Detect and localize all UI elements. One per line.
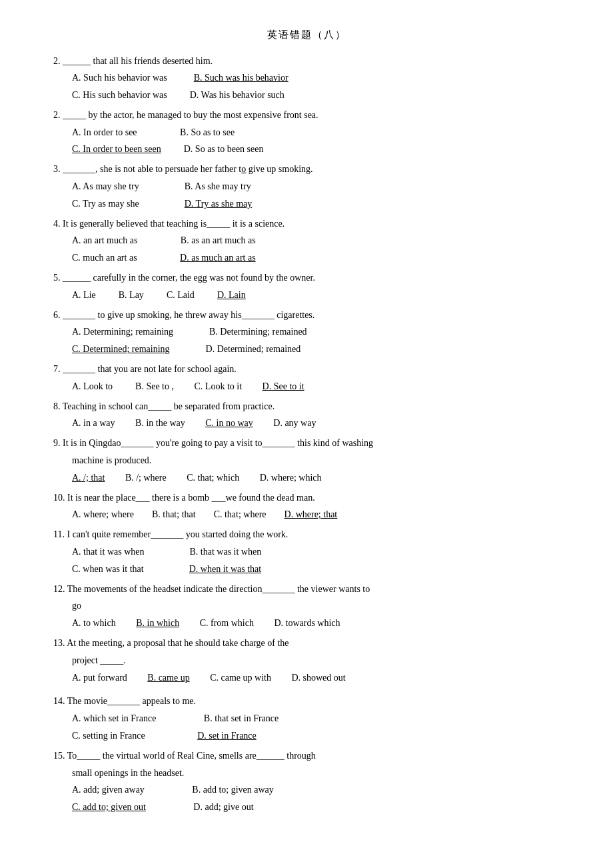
question-6: 6. _______ to give up smoking, he threw …	[53, 307, 560, 357]
question-8: 8. Teaching in school can_____ be separa…	[53, 399, 560, 432]
q2-options-2: C. In order to been seen D. So as to bee…	[53, 141, 560, 157]
q7-text: 7. _______ that you are not late for sch…	[53, 361, 560, 377]
q1-options-1: A. Such his behavior wasB. Such was his …	[53, 70, 560, 86]
q13-text: 13. At the meeting, a proposal that he s…	[53, 635, 560, 651]
question-2: 2. _____ by the actor, he managed to buy…	[53, 107, 560, 157]
q9-options: A. /; that B. /; where C. that; which D.…	[53, 470, 560, 486]
q10-text: 10. It is near the place___ there is a b…	[53, 490, 560, 506]
q1-text: 2. ______ that all his friends deserted …	[53, 53, 560, 69]
q6-options-1: A. Determining; remaining B. Determining…	[53, 324, 560, 340]
q12-text-cont: go	[53, 598, 560, 614]
q5-options: A. Lie B. Lay C. Laid D. Lain	[53, 287, 560, 303]
q11-options-2: C. when was it that D. when it was that	[53, 561, 560, 577]
q14-text: 14. The movie_______ appeals to me.	[53, 693, 560, 709]
questions-container: 2. ______ that all his friends deserted …	[53, 53, 560, 815]
question-3: 3. _______, she is not able to persuade …	[53, 161, 560, 211]
q4-options-1: A. an art much as B. as an art much as	[53, 233, 560, 249]
question-15: 15. To_____ the virtual world of Real Ci…	[53, 748, 560, 815]
q2-options-1: A. In order to see B. So as to see	[53, 125, 560, 141]
q4-options-2: C. much an art as D. as much an art as	[53, 250, 560, 266]
page-title: 英语错题（八）	[53, 27, 560, 44]
question-12: 12. The movements of the headset indicat…	[53, 581, 560, 631]
question-9: 9. It is in Qingdao_______ you're going …	[53, 435, 560, 485]
question-4: 4. It is generally believed that teachin…	[53, 216, 560, 266]
q8-text: 8. Teaching in school can_____ be separa…	[53, 399, 560, 415]
question-1: 2. ______ that all his friends deserted …	[53, 53, 560, 103]
q13-options: A. put forward B. came up C. came up wit…	[53, 670, 560, 686]
q3-options-2: C. Try as may she D. Try as she may	[53, 196, 560, 212]
question-14: 14. The movie_______ appeals to me. A. w…	[53, 693, 560, 743]
q13-text-cont: project _____.	[53, 653, 560, 669]
q9-text: 9. It is in Qingdao_______ you're going …	[53, 435, 560, 451]
q1-options-2: C. His such behavior was D. Was his beha…	[53, 87, 560, 103]
q8-options: A. in a way B. in the way C. in no way D…	[53, 415, 560, 431]
q4-text: 4. It is generally believed that teachin…	[53, 216, 560, 232]
q6-text: 6. _______ to give up smoking, he threw …	[53, 307, 560, 323]
q12-options: A. to which B. in which C. from which D.…	[53, 615, 560, 631]
q15-text-cont: small openings in the headset.	[53, 765, 560, 781]
q3-options-1: A. As may she try B. As she may try	[53, 179, 560, 195]
q7-options: A. Look to B. See to , C. Look to it D. …	[53, 379, 560, 395]
q15-options-2: C. add to; given out D. add; give out	[53, 799, 560, 815]
question-5: 5. ______ carefully in the corner, the e…	[53, 270, 560, 303]
q15-text: 15. To_____ the virtual world of Real Ci…	[53, 748, 560, 764]
q12-text: 12. The movements of the headset indicat…	[53, 581, 560, 597]
q14-options-2: C. setting in France D. set in France	[53, 728, 560, 744]
q14-options-1: A. which set in France B. that set in Fr…	[53, 711, 560, 727]
question-7: 7. _______ that you are not late for sch…	[53, 361, 560, 395]
question-13: 13. At the meeting, a proposal that he s…	[53, 635, 560, 685]
q10-options: A. where; where B. that; that C. that; w…	[53, 507, 560, 523]
q11-options-1: A. that it was when B. that was it when	[53, 544, 560, 560]
q2-text: 2. _____ by the actor, he managed to buy…	[53, 107, 560, 123]
question-11: 11. I can't quite remember_______ you st…	[53, 527, 560, 577]
q6-options-2: C. Determined; remaining D. Determined; …	[53, 341, 560, 357]
q9-text-cont: machine is produced.	[53, 453, 560, 469]
q15-options-1: A. add; given away B. add to; given away	[53, 782, 560, 798]
question-10: 10. It is near the place___ there is a b…	[53, 490, 560, 523]
q3-text: 3. _______, she is not able to persuade …	[53, 161, 560, 177]
q5-text: 5. ______ carefully in the corner, the e…	[53, 270, 560, 286]
q11-text: 11. I can't quite remember_______ you st…	[53, 527, 560, 543]
